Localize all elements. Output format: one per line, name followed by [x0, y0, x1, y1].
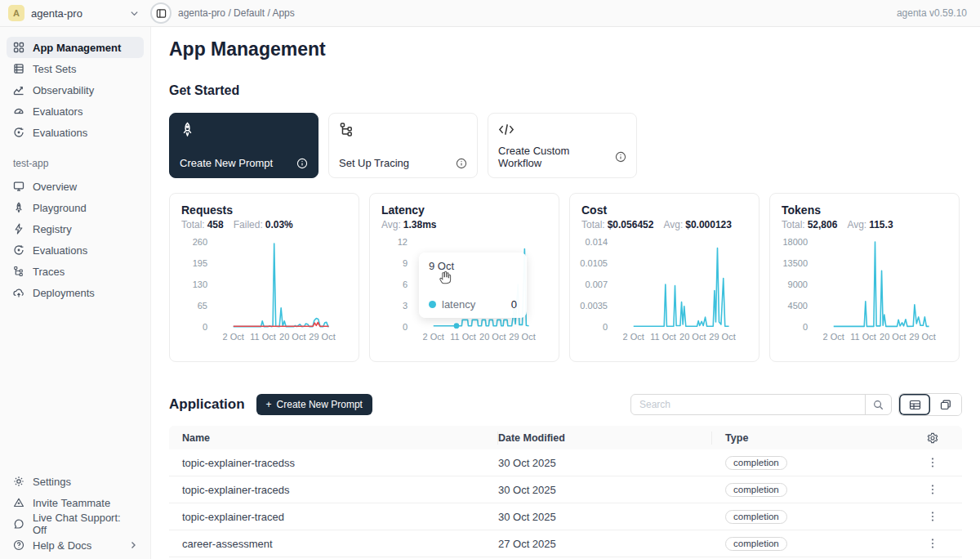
metrics-row: Requests Total:458 Failed:0.03% 06513019… — [169, 193, 962, 362]
chart-stats: Total:$0.056452 Avg:$0.000123 — [581, 219, 747, 230]
chart-title: Requests — [181, 203, 347, 217]
sidebar-item-help-docs[interactable]: Help & Docs — [7, 534, 144, 556]
info-icon[interactable] — [615, 151, 626, 163]
table-row[interactable]: career-assessment 27 Oct 2025 completion — [169, 530, 962, 557]
table-row[interactable]: topic-explainer-tracedss 30 Oct 2025 com… — [169, 449, 962, 476]
panel-left-icon — [156, 8, 167, 19]
type-badge: completion — [725, 537, 787, 551]
sidebar-item-deployments[interactable]: Deployments — [7, 282, 144, 303]
type-badge: completion — [725, 483, 787, 497]
sidebar-app-section-label: test-app — [7, 143, 144, 176]
app-name: topic-explainer-traceds — [169, 484, 498, 496]
overview-icon — [13, 181, 25, 193]
sidebar-item-settings[interactable]: Settings — [7, 471, 144, 492]
sidebar-item-registry[interactable]: Registry — [7, 218, 144, 239]
workspace-switcher[interactable]: A agenta-pro — [8, 5, 139, 21]
sidebar-item-label: Invite Teammate — [33, 497, 110, 509]
search-input[interactable] — [631, 399, 865, 410]
row-menu-button[interactable] — [902, 484, 962, 495]
type-badge: completion — [725, 456, 787, 470]
breadcrumb[interactable]: agenta-pro / Default / Apps — [178, 7, 295, 19]
sidebar-item-label: App Management — [33, 42, 121, 54]
sidebar-item-label: Settings — [33, 476, 71, 488]
evaluations-icon — [13, 244, 25, 257]
deployments-icon — [13, 287, 25, 299]
traces-icon — [13, 266, 25, 278]
table-settings-button[interactable] — [902, 432, 962, 444]
chart-title: Cost — [581, 203, 747, 217]
sidebar-item-observability[interactable]: Observability — [7, 79, 144, 101]
cost-chart[interactable]: 00.00350.0070.01050.0142 Oct11 Oct20 Oct… — [581, 242, 747, 347]
grid-icon — [13, 42, 25, 54]
sidebar-item-label: Deployments — [33, 287, 95, 299]
rocket-icon — [180, 122, 194, 136]
rocket-icon — [13, 202, 25, 214]
tooltip-series-name: latency — [442, 298, 475, 311]
apps-table: Name Date Modified Type topic-explainer-… — [169, 426, 962, 557]
sidebar-item-traces[interactable]: Traces — [7, 261, 144, 282]
sidebar-item-invite-teammate[interactable]: Invite Teammate — [7, 492, 144, 513]
evaluations-icon — [13, 127, 25, 139]
app-date: 30 Oct 2025 — [498, 457, 712, 469]
create-new-prompt-card[interactable]: Create New Prompt — [169, 113, 318, 178]
sidebar-item-app-management[interactable]: App Management — [7, 37, 144, 58]
app-version: agenta v0.59.10 — [897, 7, 967, 19]
column-name[interactable]: Name — [169, 432, 498, 445]
card-view-button[interactable] — [930, 394, 961, 415]
set-up-tracing-card[interactable]: Set Up Tracing — [328, 113, 478, 178]
sidebar-item-evaluations-app[interactable]: Evaluations — [7, 239, 144, 261]
plus-icon: + — [266, 399, 272, 410]
sidebar-item-label: Observability — [33, 84, 94, 96]
column-date-modified[interactable]: Date Modified — [498, 432, 712, 445]
row-menu-button[interactable] — [902, 538, 962, 549]
app-date: 27 Oct 2025 — [498, 538, 712, 550]
app-date: 30 Oct 2025 — [498, 511, 712, 523]
main-content: App Management Get Started Create New Pr… — [151, 27, 980, 559]
cost-metric-card: Cost Total:$0.056452 Avg:$0.000123 00.00… — [569, 193, 760, 362]
requests-chart[interactable]: 0651301952602 Oct11 Oct20 Oct29 Oct — [181, 242, 347, 347]
tracing-icon — [339, 122, 354, 136]
info-icon[interactable] — [456, 158, 467, 169]
sidebar-toggle-button[interactable] — [150, 2, 172, 24]
help-icon — [13, 539, 25, 552]
info-icon[interactable] — [296, 158, 308, 169]
sidebar-item-evaluators[interactable]: Evaluators — [7, 101, 144, 122]
sidebar-item-label: Evaluators — [33, 105, 82, 118]
column-type[interactable]: Type — [712, 432, 902, 444]
sidebar-item-label: Traces — [33, 266, 65, 278]
search-icon[interactable] — [865, 395, 891, 414]
application-header: Application + Create New Prompt — [169, 393, 962, 416]
sidebar-item-overview[interactable]: Overview — [7, 176, 144, 197]
table-row[interactable]: topic-explainer-traced 30 Oct 2025 compl… — [169, 503, 962, 530]
sidebar-item-label: Live Chat Support: Off — [33, 512, 137, 536]
card-label: Create Custom Workflow — [498, 145, 615, 169]
chart-title: Latency — [381, 203, 547, 217]
sidebar-item-live-chat-support[interactable]: Live Chat Support: Off — [7, 513, 144, 534]
create-custom-workflow-card[interactable]: Create Custom Workflow — [488, 113, 637, 178]
sidebar-item-evaluations[interactable]: Evaluations — [7, 122, 144, 143]
create-new-prompt-button[interactable]: + Create New Prompt — [256, 394, 372, 415]
tokens-chart[interactable]: 04500900013500180002 Oct11 Oct20 Oct29 O… — [782, 242, 947, 347]
cursor-pointer-icon — [439, 271, 452, 284]
sidebar-item-test-sets[interactable]: Test Sets — [7, 58, 144, 79]
row-menu-button[interactable] — [902, 457, 962, 468]
chart-stats: Total:458 Failed:0.03% — [181, 219, 347, 230]
sidebar-item-playground[interactable]: Playground — [7, 197, 144, 218]
card-label: Set Up Tracing — [339, 157, 409, 169]
table-view-icon — [909, 400, 921, 410]
chart-tooltip: 9 Oct latency 0 — [419, 253, 527, 318]
get-started-heading: Get Started — [169, 83, 962, 98]
row-menu-button[interactable] — [902, 511, 962, 522]
workspace-name: agenta-pro — [31, 7, 82, 20]
workspace-avatar: A — [8, 5, 24, 21]
table-row[interactable]: topic-explainer-traceds 30 Oct 2025 comp… — [169, 476, 962, 503]
view-toggle — [898, 393, 962, 416]
sidebar-item-label: Test Sets — [33, 63, 76, 75]
tokens-metric-card: Tokens Total:52,806 Avg:115.3 0450090001… — [769, 193, 960, 362]
chart-title: Tokens — [782, 203, 947, 217]
sidebar-item-label: Evaluations — [33, 127, 87, 139]
table-view-button[interactable] — [899, 394, 930, 415]
sidebar: App Management Test Sets Observability E… — [0, 27, 151, 559]
card-label: Create New Prompt — [180, 157, 273, 169]
gear-icon — [927, 432, 938, 444]
